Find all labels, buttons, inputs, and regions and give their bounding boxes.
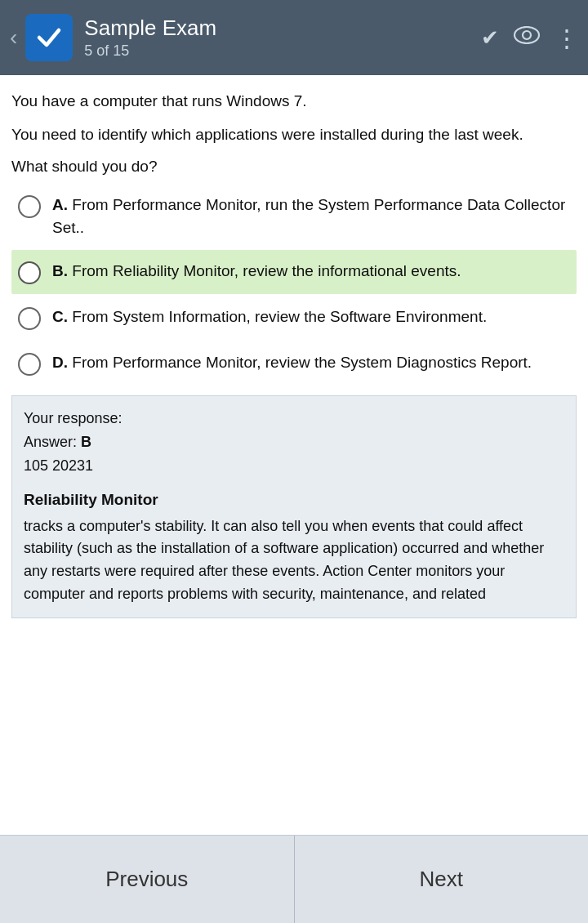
app-title: Sample Exam — [84, 16, 481, 41]
bottom-navigation: Previous Next — [0, 835, 588, 923]
radio-a — [18, 195, 41, 218]
option-b[interactable]: B. From Reliability Monitor, review the … — [11, 250, 577, 294]
app-header: ‹ Sample Exam 5 of 15 ✔ ⋮ — [0, 0, 588, 75]
question-line-1: You have a computer that runs Windows 7. — [11, 90, 577, 114]
answer-line: Answer: B — [24, 431, 564, 453]
option-c-text: C. From System Information, review the S… — [52, 305, 487, 328]
question-content: You have a computer that runs Windows 7.… — [0, 75, 588, 835]
answer-label: Answer: — [24, 434, 81, 450]
response-heading: Reliability Monitor — [24, 488, 564, 512]
more-icon[interactable]: ⋮ — [555, 24, 578, 52]
option-d-text: D. From Performance Monitor, review the … — [52, 351, 532, 374]
answer-value: B — [81, 434, 91, 450]
header-actions: ✔ ⋮ — [481, 24, 578, 52]
response-section: Your response: Answer: B 105 20231 Relia… — [11, 395, 577, 618]
response-description: tracks a computer's stability. It can al… — [24, 515, 564, 607]
svg-point-2 — [523, 31, 531, 39]
progress-indicator: 5 of 15 — [84, 42, 481, 60]
response-label: Your response: — [24, 408, 564, 430]
next-button[interactable]: Next — [295, 836, 589, 923]
option-b-text: B. From Reliability Monitor, review the … — [52, 260, 461, 283]
header-text-group: Sample Exam 5 of 15 — [84, 16, 481, 60]
option-a[interactable]: A. From Performance Monitor, run the Sys… — [11, 184, 577, 248]
svg-point-1 — [514, 27, 539, 43]
option-c[interactable]: C. From System Information, review the S… — [11, 296, 577, 340]
radio-d — [18, 353, 41, 376]
eye-icon[interactable] — [514, 26, 540, 49]
question-prompt: What should you do? — [11, 158, 577, 176]
app-logo — [25, 14, 73, 61]
radio-b — [18, 261, 41, 284]
previous-button[interactable]: Previous — [0, 836, 295, 923]
question-body: You have a computer that runs Windows 7.… — [11, 90, 577, 146]
question-line-2: You need to identify which applications … — [11, 123, 577, 147]
response-code: 105 20231 — [24, 455, 564, 477]
option-d[interactable]: D. From Performance Monitor, review the … — [11, 341, 577, 386]
back-icon[interactable]: ‹ — [10, 25, 17, 51]
option-a-text: A. From Performance Monitor, run the Sys… — [52, 194, 568, 239]
check-icon[interactable]: ✔ — [481, 25, 499, 51]
radio-c — [18, 307, 41, 330]
